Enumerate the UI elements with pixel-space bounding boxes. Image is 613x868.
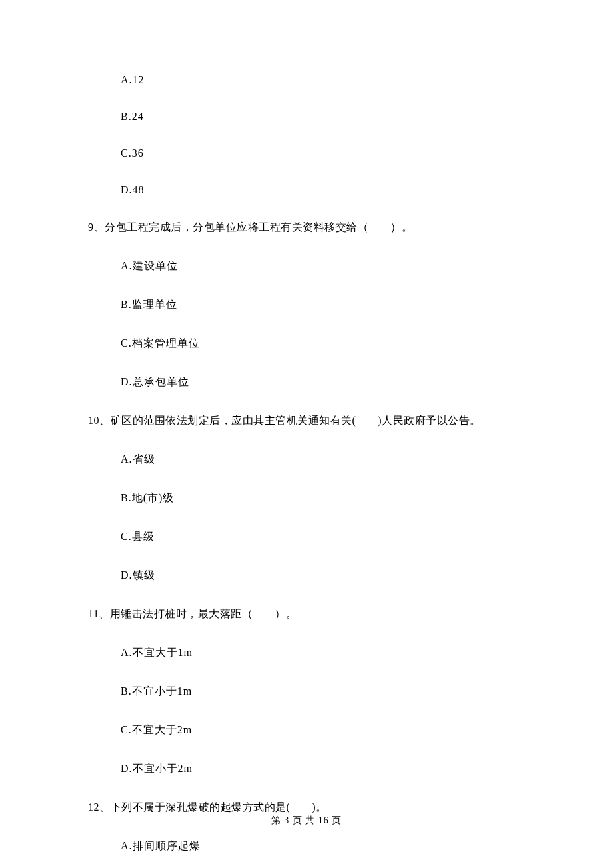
- option-d: D.不宜小于2m: [121, 762, 540, 776]
- option-b: B.24: [121, 111, 540, 123]
- option-d: D.总承包单位: [121, 375, 540, 389]
- page-footer: 第 3 页 共 16 页: [0, 815, 613, 827]
- option-c: C.县级: [121, 530, 540, 544]
- option-a: A.省级: [121, 453, 540, 467]
- option-b: B.不宜小于1m: [121, 685, 540, 699]
- question-9: 9、分包工程完成后，分包单位应将工程有关资料移交给（ ）。: [88, 221, 540, 235]
- option-c: C.不宜大于2m: [121, 723, 540, 737]
- option-c: C.36: [121, 147, 540, 159]
- option-a: A.建设单位: [121, 259, 540, 273]
- option-c: C.档案管理单位: [121, 337, 540, 351]
- option-d: D.48: [121, 184, 540, 196]
- option-b: B.地(市)级: [121, 491, 540, 505]
- option-a: A.12: [121, 74, 540, 86]
- option-a: A.不宜大于1m: [121, 646, 540, 660]
- question-11: 11、用锤击法打桩时，最大落距（ ）。: [88, 607, 540, 621]
- option-a: A.排间顺序起爆: [121, 839, 540, 853]
- question-10: 10、矿区的范围依法划定后，应由其主管机关通知有关( )人民政府予以公告。: [88, 414, 540, 428]
- option-b: B.监理单位: [121, 298, 540, 312]
- question-12: 12、下列不属于深孔爆破的起爆方式的是( )。: [88, 801, 540, 815]
- option-d: D.镇级: [121, 569, 540, 583]
- document-content: A.12 B.24 C.36 D.48 9、分包工程完成后，分包单位应将工程有关…: [0, 0, 613, 868]
